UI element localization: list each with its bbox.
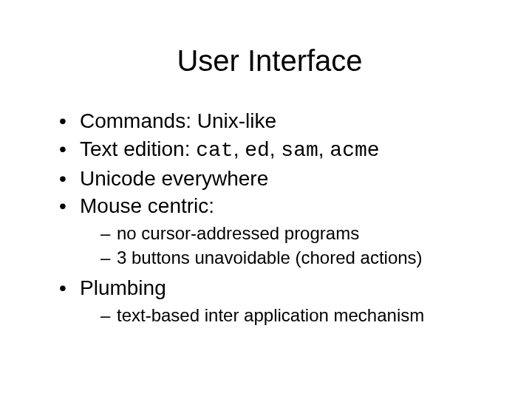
sub-bullet-text: 3 buttons unavoidable (chored actions): [117, 248, 423, 267]
bullet-plumbing: Plumbing text-based inter application me…: [59, 274, 495, 327]
sep: ,: [233, 137, 245, 160]
bullet-unicode: Unicode everywhere: [59, 165, 495, 193]
slide: User Interface Commands: Unix-like Text …: [0, 0, 532, 399]
bullet-text-edition: Text edition: cat, ed, sam, acme: [59, 135, 495, 165]
slide-title: User Interface: [44, 44, 495, 78]
bullet-commands: Commands: Unix-like: [59, 107, 495, 135]
sub-bullet-text: no cursor-addressed programs: [117, 223, 359, 243]
sub-bullet-3-buttons: 3 buttons unavoidable (chored actions): [100, 246, 495, 270]
bullet-text: Mouse centric:: [80, 194, 214, 217]
sep: ,: [270, 137, 282, 160]
bullet-mouse: Mouse centric: no cursor-addressed progr…: [59, 192, 495, 270]
bullet-text: Unicode everywhere: [80, 167, 268, 190]
bullet-list: Commands: Unix-like Text edition: cat, e…: [59, 107, 495, 327]
sub-bullet-no-cursor: no cursor-addressed programs: [100, 222, 495, 245]
code-ed: ed: [245, 139, 270, 162]
bullet-text: Commands: Unix-like: [80, 109, 276, 132]
sub-bullet-text-based: text-based inter application mechanism: [100, 304, 495, 327]
bullet-text: Plumbing: [80, 276, 166, 299]
code-acme: acme: [330, 139, 379, 162]
sub-bullet-list: no cursor-addressed programs 3 buttons u…: [100, 222, 495, 270]
sub-bullet-list: text-based inter application mechanism: [100, 304, 495, 327]
sep: ,: [318, 137, 330, 160]
sub-bullet-text: text-based inter application mechanism: [117, 305, 424, 325]
code-sam: sam: [281, 139, 318, 162]
code-cat: cat: [196, 139, 233, 162]
bullet-text-prefix: Text edition:: [80, 137, 196, 160]
